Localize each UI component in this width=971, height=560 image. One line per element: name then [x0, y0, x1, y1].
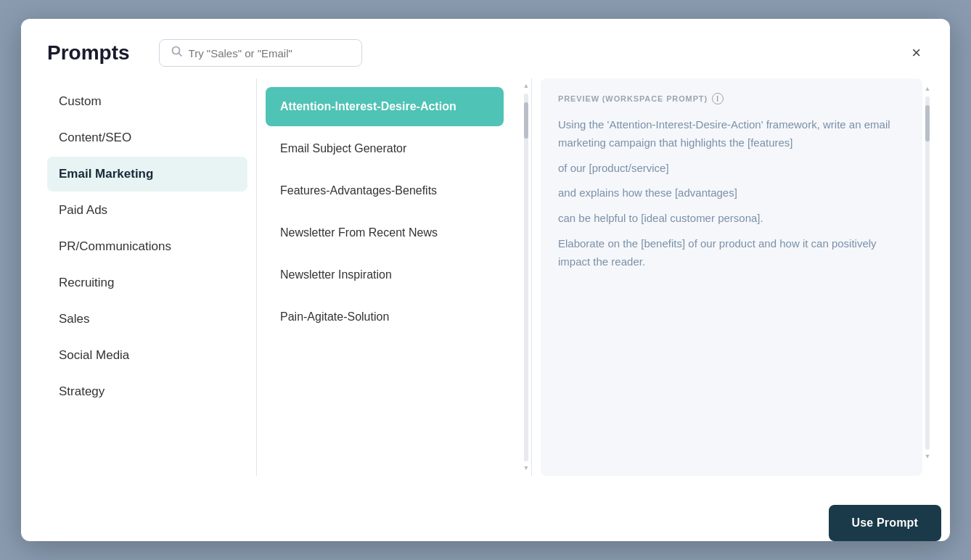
- category-item-pr-communications[interactable]: PR/Communications: [47, 229, 247, 264]
- prompt-item-fab[interactable]: Features-Advantages-Benefits: [266, 171, 504, 210]
- preview-line: Using the 'Attention-Interest-Desire-Act…: [558, 116, 902, 152]
- scroll-up-arrow[interactable]: ▲: [523, 81, 530, 91]
- preview-text: Using the 'Attention-Interest-Desire-Act…: [558, 116, 902, 271]
- preview-line: of our [product/service]: [558, 160, 902, 178]
- category-item-recruiting[interactable]: Recruiting: [47, 265, 247, 300]
- right-scroll-down-arrow[interactable]: ▼: [925, 452, 931, 462]
- category-item-sales[interactable]: Sales: [47, 302, 247, 337]
- prompts-panel: Attention-Interest-Desire-ActionEmail Su…: [257, 78, 521, 476]
- category-item-email-marketing[interactable]: Email Marketing: [47, 157, 247, 192]
- preview-panel-wrapper: PREVIEW (WORKSPACE PROMPT) i Using the '…: [532, 78, 933, 476]
- preview-line: can be helpful to [ideal customer person…: [558, 210, 902, 228]
- modal-title: Prompts: [47, 41, 130, 65]
- category-item-social-media[interactable]: Social Media: [47, 338, 247, 373]
- prompt-item-newsletter-news[interactable]: Newsletter From Recent News: [266, 213, 504, 252]
- scroll-down-arrow[interactable]: ▼: [523, 464, 530, 474]
- modal-header: Prompts ×: [21, 19, 950, 78]
- category-item-strategy[interactable]: Strategy: [47, 374, 247, 409]
- search-icon: [171, 46, 183, 60]
- close-button[interactable]: ×: [909, 42, 924, 64]
- category-item-content-seo[interactable]: Content/SEO: [47, 120, 247, 155]
- search-input[interactable]: [189, 47, 350, 59]
- use-prompt-button[interactable]: Use Prompt: [829, 505, 941, 541]
- modal-body: CustomContent/SEOEmail MarketingPaid Ads…: [21, 78, 950, 493]
- right-scroll-track: [925, 96, 930, 450]
- category-panel: CustomContent/SEOEmail MarketingPaid Ads…: [38, 78, 256, 476]
- modal: Prompts × CustomContent/SEOEmail Marketi…: [21, 19, 950, 541]
- scroll-thumb: [524, 102, 528, 139]
- modal-footer: Use Prompt: [21, 493, 950, 541]
- search-wrapper: [159, 39, 362, 67]
- right-scrollbar[interactable]: ▲ ▼: [922, 81, 933, 464]
- svg-line-1: [179, 54, 181, 57]
- scroll-track: [524, 94, 528, 461]
- right-scroll-up-arrow[interactable]: ▲: [925, 84, 931, 94]
- prompt-item-pas[interactable]: Pain-Agitate-Solution: [266, 297, 504, 337]
- category-item-custom[interactable]: Custom: [47, 84, 247, 119]
- preview-line: and explains how these [advantages]: [558, 184, 902, 202]
- preview-label: PREVIEW (WORKSPACE PROMPT) i: [558, 93, 902, 104]
- prompt-item-newsletter-inspiration[interactable]: Newsletter Inspiration: [266, 255, 504, 295]
- prompt-item-email-subject[interactable]: Email Subject Generator: [266, 129, 504, 168]
- prompts-panel-wrapper: Attention-Interest-Desire-ActionEmail Su…: [256, 78, 532, 476]
- category-item-paid-ads[interactable]: Paid Ads: [47, 193, 247, 228]
- mid-scrollbar[interactable]: ▲ ▼: [521, 78, 531, 476]
- info-icon: i: [712, 93, 724, 104]
- prompt-item-aida[interactable]: Attention-Interest-Desire-Action: [266, 87, 504, 126]
- preview-panel: PREVIEW (WORKSPACE PROMPT) i Using the '…: [541, 78, 922, 476]
- preview-line: Elaborate on the [benefits] of our produ…: [558, 235, 902, 271]
- right-scroll-thumb: [925, 105, 930, 141]
